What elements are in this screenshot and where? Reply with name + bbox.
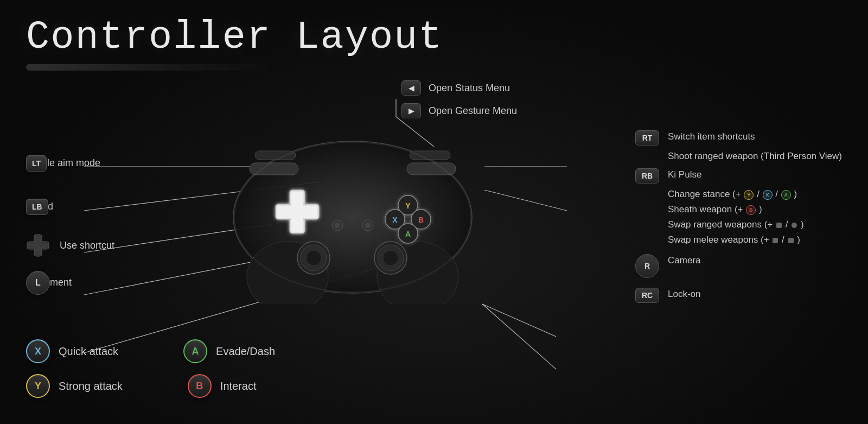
r-stick-item: R Camera (635, 254, 842, 278)
x-button-badge: X (26, 339, 50, 363)
svg-point-24 (306, 250, 321, 265)
rt-sub-item: Shoot ranged weapon (Third Person View) (635, 151, 842, 162)
evade-dash-label: Evade/Dash (216, 345, 275, 358)
open-status-item: ◀ Open Status Menu (401, 80, 517, 96)
dpad-icon (26, 233, 50, 257)
right-panel: RT Switch item shortcuts Shoot ranged we… (635, 130, 842, 308)
lb-badge: LB (26, 199, 48, 215)
r-stick-badge: R (635, 254, 659, 278)
movement-label-row: L Movement (26, 277, 72, 288)
swap-melee-text: Swap melee weapons (+ / ) (668, 233, 800, 245)
swap-melee-item: Swap melee weapons (+ / ) (635, 235, 842, 245)
svg-rect-44 (28, 243, 48, 248)
svg-text:A: A (405, 230, 411, 238)
change-stance-text: Change stance (+ Y / X / A ) (668, 188, 797, 199)
swap-ranged-text: Swap ranged weapons (+ / ) (668, 218, 804, 230)
strong-attack-label: Strong attack (59, 380, 123, 393)
lb-label-row: LB Guard (26, 201, 53, 212)
interact-label: Interact (220, 380, 257, 393)
ranged-icon2 (790, 222, 798, 229)
a-button-item: A Evade/Dash (183, 339, 275, 363)
title-decoration (26, 64, 270, 71)
sheath-weapon-item: Sheath weapon (+ B ) (635, 204, 842, 215)
rt-sub-text: Shoot ranged weapon (Third Person View) (668, 150, 842, 161)
rb-badge: RB (635, 168, 659, 183)
rt-item: RT Switch item shortcuts (635, 130, 842, 145)
back-button-badge: ◀ (401, 80, 421, 96)
sheath-weapon-text: Sheath weapon (+ B ) (668, 203, 762, 214)
b-button-item: B Interact (188, 374, 257, 398)
a-icon: A (781, 190, 791, 200)
ranged-icon1 (775, 222, 783, 229)
y-button-item: Y Strong attack (26, 374, 123, 398)
svg-text:B: B (418, 216, 424, 224)
svg-line-9 (482, 304, 556, 369)
svg-point-39 (383, 250, 398, 265)
bottom-legend: X Quick attack A Evade/Dash Y Strong att… (26, 339, 275, 398)
x-icon: X (763, 190, 773, 200)
svg-rect-16 (255, 151, 296, 160)
rc-item: RC Lock-on (635, 288, 842, 303)
dpad-label-row: Use shortcut (26, 233, 114, 257)
b-icon: B (746, 205, 756, 215)
svg-point-27 (335, 223, 340, 228)
lt-label-row: LT Toggle aim mode (26, 157, 100, 169)
rb-item: RB Ki Pulse (635, 168, 842, 183)
svg-point-28 (365, 223, 371, 228)
rt-text: Switch item shortcuts (668, 130, 755, 142)
svg-line-8 (482, 304, 556, 337)
svg-rect-17 (410, 151, 450, 160)
svg-text:X: X (392, 216, 398, 224)
melee-icon1 (771, 237, 779, 244)
quick-attack-label: Quick attack (59, 345, 118, 358)
l-stick-badge: L (26, 271, 50, 295)
svg-line-7 (484, 190, 567, 211)
x-button-item: X Quick attack (26, 339, 118, 363)
controller-image: Y X B A (217, 109, 488, 304)
y-button-badge: Y (26, 374, 50, 398)
shortcut-label: Use shortcut (60, 240, 114, 251)
change-stance-item: Change stance (+ Y / X / A ) (635, 189, 842, 200)
svg-text:Y: Y (405, 201, 411, 210)
b-button-badge: B (188, 374, 212, 398)
swap-ranged-item: Swap ranged weapons (+ / ) (635, 219, 842, 230)
legend-row-1: X Quick attack A Evade/Dash (26, 339, 275, 363)
melee-icon2 (787, 237, 795, 244)
svg-rect-45 (776, 223, 782, 228)
lock-on-text: Lock-on (668, 288, 700, 300)
open-status-label: Open Status Menu (429, 83, 510, 94)
a-button-badge: A (183, 339, 207, 363)
legend-row-2: Y Strong attack B Interact (26, 374, 275, 398)
svg-rect-47 (773, 238, 778, 243)
svg-rect-48 (788, 238, 794, 243)
rb-text: Ki Pulse (668, 168, 701, 180)
lt-badge: LT (26, 155, 47, 172)
rc-badge: RC (635, 288, 659, 303)
camera-text: Camera (668, 254, 700, 266)
rt-badge: RT (635, 130, 659, 145)
y-icon: Y (744, 190, 754, 200)
page-title: Controller Layout (26, 15, 443, 60)
svg-rect-21 (277, 206, 317, 218)
svg-point-46 (792, 223, 797, 228)
